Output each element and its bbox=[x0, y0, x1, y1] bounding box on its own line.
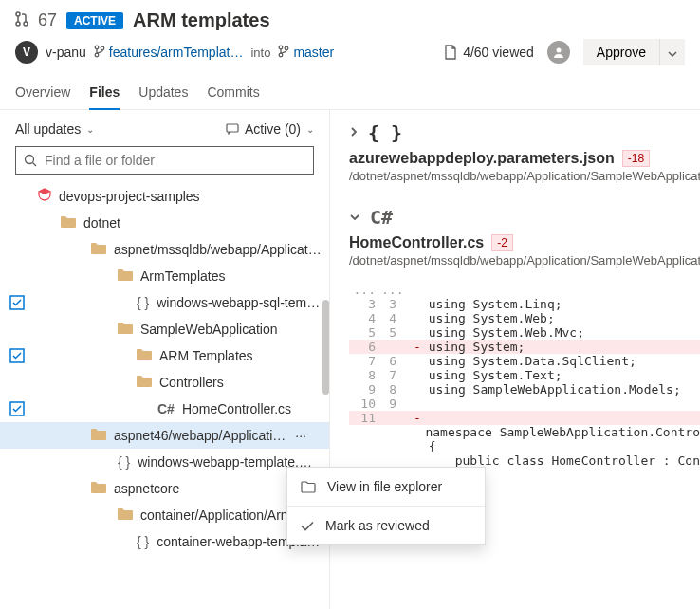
tree-label: HomeController.cs bbox=[182, 401, 291, 416]
updates-filter-label: All updates bbox=[15, 121, 81, 137]
tree-file[interactable]: { }container-webapp-templat… bbox=[0, 528, 329, 555]
menu-view-explorer[interactable]: View in file explorer bbox=[287, 468, 485, 506]
tree-label: aspnetcore bbox=[114, 481, 179, 496]
tree-folder[interactable]: ArmTemplates bbox=[0, 263, 329, 289]
code-line: using System.Web.Mvc; bbox=[414, 325, 700, 340]
branch-icon bbox=[94, 45, 105, 61]
svg-point-0 bbox=[16, 12, 20, 16]
chevron-down-icon bbox=[668, 51, 677, 57]
tree-folder[interactable]: SampleWebApplication bbox=[0, 316, 329, 342]
code-line: using System.Text; bbox=[414, 368, 700, 382]
chevron-down-icon: ⌄ bbox=[86, 124, 94, 135]
tree-folder[interactable]: Controllers bbox=[0, 369, 329, 396]
svg-point-9 bbox=[556, 48, 561, 53]
tab-files[interactable]: Files bbox=[89, 77, 120, 109]
context-menu: View in file explorer Mark as reviewed bbox=[286, 467, 486, 545]
file-name[interactable]: azurewebappdeploy.parameters.json bbox=[349, 150, 615, 167]
file-icon bbox=[444, 45, 457, 60]
menu-label: View in file explorer bbox=[327, 479, 442, 494]
tree-folder[interactable]: dotnet bbox=[0, 210, 329, 236]
file-checkbox[interactable] bbox=[9, 348, 25, 363]
code-line bbox=[414, 411, 700, 425]
tree-file[interactable]: { }windows-webapp-sql-temp… bbox=[0, 289, 329, 316]
svg-point-1 bbox=[16, 22, 20, 26]
file-header[interactable]: { } bbox=[349, 121, 700, 144]
folder-icon bbox=[118, 322, 133, 337]
search-icon bbox=[24, 154, 37, 167]
code-line: using System.Data.SqlClient; bbox=[414, 354, 700, 368]
tab-overview[interactable]: Overview bbox=[15, 77, 70, 109]
json-icon: { } bbox=[137, 295, 149, 310]
diff-badge: -18 bbox=[622, 150, 650, 167]
menu-mark-reviewed[interactable]: Mark as reviewed bbox=[287, 507, 485, 544]
file-path: /dotnet/aspnet/mssqldb/webapp/Applicatio… bbox=[349, 253, 700, 268]
scrollbar[interactable] bbox=[322, 300, 329, 395]
file-name[interactable]: HomeController.cs bbox=[349, 234, 484, 251]
person-icon bbox=[552, 46, 565, 59]
code-line: using System.Web; bbox=[414, 311, 700, 325]
search-input-wrapper[interactable] bbox=[15, 146, 314, 175]
tree-folder[interactable]: ARM Templates bbox=[0, 342, 329, 369]
svg-point-11 bbox=[26, 156, 34, 164]
viewed-label: 4/60 viewed bbox=[463, 45, 534, 60]
tree-folder[interactable]: container/Application/ArmT… bbox=[0, 502, 329, 528]
comments-filter-label: Active (0) bbox=[245, 121, 301, 137]
tree-label: Controllers bbox=[159, 375, 224, 390]
tree-file[interactable]: { }windows-webapp-template.… bbox=[0, 449, 329, 475]
json-icon: { } bbox=[137, 534, 149, 549]
file-header[interactable]: C# bbox=[349, 206, 700, 229]
more-button[interactable]: ··· bbox=[289, 428, 312, 443]
file-checkbox[interactable] bbox=[9, 401, 25, 416]
code-line: namespace SampleWebApplication.Contro bbox=[411, 425, 700, 439]
code-line: public class HomeController : Con bbox=[411, 453, 700, 468]
tree-folder[interactable]: aspnet46/webapp/Applicatio…··· bbox=[0, 422, 329, 449]
diff-view: ...... 33using System.Linq; 44using Syst… bbox=[349, 283, 700, 468]
tree-label: ARM Templates bbox=[159, 348, 253, 363]
pull-request-icon bbox=[15, 11, 28, 29]
tree-folder[interactable]: aspnet/mssqldb/webapp/Applicati… bbox=[0, 236, 329, 263]
file-path: /dotnet/aspnet/mssqldb/webapp/Applicatio… bbox=[349, 169, 700, 183]
approve-split-button[interactable]: Approve bbox=[583, 39, 685, 65]
json-icon: { } bbox=[368, 121, 402, 144]
tree-repo[interactable]: devops-project-samples bbox=[0, 182, 329, 210]
code-line: { bbox=[414, 439, 700, 453]
tree-folder[interactable]: aspnetcore bbox=[0, 475, 329, 502]
comment-icon bbox=[226, 123, 239, 135]
updates-filter[interactable]: All updates⌄ bbox=[15, 121, 94, 137]
user-name[interactable]: v-panu bbox=[46, 45, 86, 60]
into-label: into bbox=[250, 46, 270, 60]
comments-filter[interactable]: Active (0)⌄ bbox=[226, 121, 314, 137]
tree-label: ArmTemplates bbox=[140, 268, 225, 284]
tree-file[interactable]: C#HomeController.cs bbox=[0, 396, 329, 422]
svg-point-2 bbox=[24, 22, 28, 26]
approve-button[interactable]: Approve bbox=[583, 39, 659, 65]
code-line: using System.Linq; bbox=[414, 297, 700, 311]
search-input[interactable] bbox=[45, 153, 305, 168]
viewed-counter[interactable]: 4/60 viewed bbox=[444, 45, 534, 60]
tree-label: devops-project-samples bbox=[59, 189, 200, 204]
svg-point-8 bbox=[286, 46, 289, 50]
svg-point-5 bbox=[101, 46, 104, 50]
tab-updates[interactable]: Updates bbox=[138, 77, 188, 109]
folder-icon bbox=[91, 242, 106, 257]
check-icon bbox=[301, 521, 314, 531]
code-line: using SampleWebApplication.Models; bbox=[414, 382, 700, 397]
diff-badge: -2 bbox=[491, 234, 513, 251]
source-branch[interactable]: features/armTemplat… bbox=[94, 45, 244, 61]
json-icon: { } bbox=[118, 454, 130, 470]
folder-icon bbox=[137, 348, 152, 363]
tree-label: dotnet bbox=[83, 215, 120, 231]
user-avatar[interactable]: V bbox=[15, 41, 38, 64]
file-checkbox[interactable] bbox=[9, 295, 25, 310]
code-line bbox=[414, 397, 700, 411]
pr-number: 67 bbox=[38, 10, 57, 30]
reviewer-avatar[interactable] bbox=[547, 41, 570, 64]
svg-point-6 bbox=[280, 46, 284, 49]
tab-commits[interactable]: Commits bbox=[207, 77, 259, 109]
tree-label: aspnet46/webapp/Applicatio… bbox=[114, 428, 289, 443]
target-branch[interactable]: master bbox=[278, 45, 334, 61]
tab-bar: Overview Files Updates Commits bbox=[0, 77, 700, 110]
chevron-down-icon: ⌄ bbox=[306, 124, 314, 135]
approve-dropdown[interactable] bbox=[659, 39, 685, 65]
svg-rect-10 bbox=[227, 124, 238, 132]
